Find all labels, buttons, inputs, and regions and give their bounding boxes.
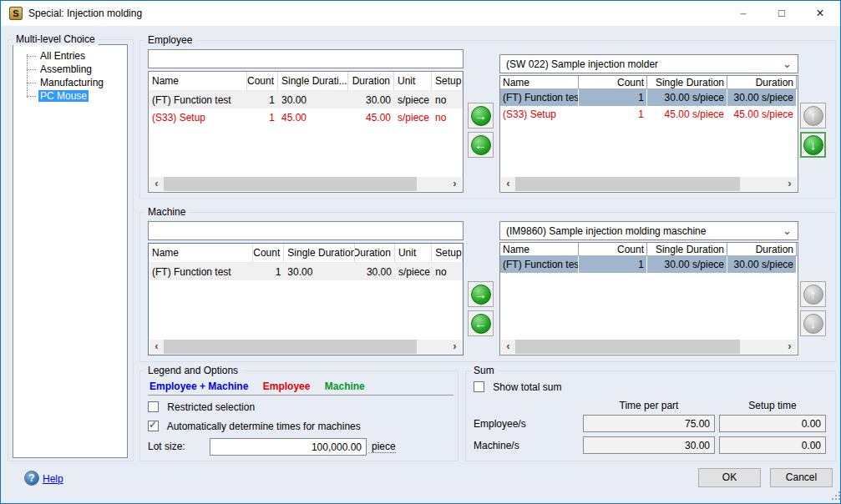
horizontal-scrollbar[interactable]: ‹ › (149, 177, 462, 191)
column-header-name[interactable]: Name (149, 72, 247, 90)
machine-filter-input[interactable] (148, 221, 464, 240)
ok-button[interactable]: OK (698, 468, 761, 487)
employee-assigned-table: Name Count Single Duration Duration (FT)… (499, 75, 798, 193)
column-header-unit[interactable]: Unit (394, 72, 432, 90)
auto-determine-checkbox[interactable]: ✓ (148, 421, 159, 431)
minimize-icon[interactable]: – (724, 1, 762, 26)
cancel-button[interactable]: Cancel (770, 468, 833, 487)
multilevel-choice-label: Multi-level Choice (13, 33, 99, 45)
machine-selector-value: (IM9860) Sample injection molding maschi… (506, 225, 706, 237)
tree-item-assembling[interactable]: Assembling (20, 63, 127, 76)
table-row[interactable]: (FT) Function test 1 30.00 30.00 s/piece… (149, 263, 463, 280)
dialog-window: S Special: Injection molding – □ × Multi… (0, 0, 841, 504)
lot-size-unit-label: piece (372, 441, 396, 453)
show-total-sum-checkbox[interactable] (474, 381, 484, 392)
employees-row-label: Employee/s (474, 418, 526, 430)
employee-available-table: Name Count Single Durati... Duration Uni… (148, 71, 464, 193)
table-row[interactable]: (S33) Setup 1 45.00 s/piece 45.00 s/piec… (500, 106, 798, 123)
lot-size-label: Lot size: (148, 441, 185, 452)
show-total-sum-label: Show total sum (493, 381, 561, 393)
help-icon[interactable]: ? (24, 471, 39, 486)
tree-item-pc-mouse[interactable]: PC Mouse (20, 89, 127, 103)
machines-row-label: Machine/s (474, 440, 519, 451)
employees-time-per-part-field[interactable] (583, 415, 715, 432)
column-header-count[interactable]: Count (253, 244, 285, 262)
auto-determine-label: Automatically determine times for machin… (167, 421, 361, 432)
arrow-up-icon: ↑ (803, 285, 823, 305)
machine-move-up-button[interactable]: ↑ (800, 281, 826, 307)
employee-move-down-button[interactable]: ↓ (800, 132, 826, 158)
column-header-duration[interactable]: Duration (727, 243, 797, 255)
arrow-down-icon: ↓ (803, 135, 823, 155)
scrollbar-thumb[interactable] (164, 340, 417, 354)
chevron-down-icon: ⌄ (783, 227, 792, 235)
legend-divider (148, 395, 453, 396)
column-header-duration[interactable]: Duration (355, 244, 395, 262)
employee-add-button[interactable]: → (468, 103, 494, 129)
column-header-name[interactable]: Name (500, 243, 579, 255)
machines-time-per-part-field[interactable] (583, 436, 715, 454)
table-row[interactable]: (S33) Setup 1 45.00 45.00 s/piece no (149, 108, 463, 126)
tree-item-manufacturing[interactable]: Manufacturing (20, 76, 127, 89)
employee-remove-button[interactable]: ← (468, 132, 494, 158)
table-row[interactable]: (FT) Function test 1 30.00 30.00 s/piece… (149, 91, 463, 108)
app-icon: S (9, 7, 23, 20)
column-header-duration[interactable]: Duration (727, 76, 797, 88)
sum-group-label: Sum (470, 365, 498, 376)
horizontal-scrollbar[interactable]: ‹ › (501, 177, 797, 191)
table-row[interactable]: (FT) Function test 1 30.00 s/piece 30.00… (500, 256, 798, 273)
employee-filter-input[interactable] (148, 49, 464, 68)
scrollbar-thumb[interactable] (515, 340, 740, 354)
scroll-left-icon[interactable]: ‹ (501, 340, 515, 354)
column-header-count[interactable]: Count (579, 76, 647, 88)
scroll-left-icon[interactable]: ‹ (149, 177, 164, 191)
employee-group-label: Employee (144, 34, 195, 46)
restricted-selection-row: Restricted selection (148, 401, 255, 413)
titlebar[interactable]: S Special: Injection molding – □ × (1, 1, 840, 26)
column-header-single-duration[interactable]: Single Duration (647, 76, 727, 88)
employees-setup-time-field[interactable] (719, 415, 826, 432)
machine-remove-button[interactable]: ← (468, 310, 494, 336)
scroll-right-icon[interactable]: › (783, 340, 797, 354)
help-link[interactable]: Help (43, 473, 63, 485)
column-header-name[interactable]: Name (500, 76, 579, 88)
lot-size-input[interactable] (210, 438, 367, 456)
machines-setup-time-field[interactable] (719, 436, 826, 454)
check-icon: ✓ (149, 419, 157, 431)
scrollbar-thumb[interactable] (164, 177, 417, 191)
horizontal-scrollbar[interactable]: ‹ › (501, 340, 797, 354)
scrollbar-thumb[interactable] (515, 177, 740, 191)
column-header-unit[interactable]: Unit (395, 244, 432, 262)
maximize-icon[interactable]: □ (762, 1, 801, 26)
employee-move-up-button[interactable]: ↑ (800, 103, 826, 129)
column-header-name[interactable]: Name (149, 244, 253, 262)
column-header-duration[interactable]: Duration (348, 72, 394, 90)
machine-selector-dropdown[interactable]: (IM9860) Sample injection molding maschi… (499, 221, 798, 240)
column-header-single-duration[interactable]: Single Duration (647, 243, 727, 255)
restricted-selection-checkbox[interactable] (148, 401, 159, 412)
horizontal-scrollbar[interactable]: ‹ › (149, 340, 462, 354)
column-header-setup[interactable]: Setup (432, 72, 463, 90)
tree-item-all-entries[interactable]: All Entries (20, 49, 127, 63)
scroll-right-icon[interactable]: › (448, 177, 462, 191)
machine-add-button[interactable]: → (468, 281, 494, 307)
employee-selector-dropdown[interactable]: (SW 022) Sample injection molder ⌄ (499, 54, 798, 73)
machine-move-down-button[interactable]: ↓ (800, 310, 826, 336)
resize-grip-icon[interactable] (828, 491, 837, 500)
employee-selector-value: (SW 022) Sample injection molder (506, 58, 658, 70)
column-header-single-duration[interactable]: Single Duration (284, 244, 354, 262)
scroll-right-icon[interactable]: › (448, 340, 462, 354)
restricted-selection-label: Restricted selection (167, 401, 255, 413)
table-row[interactable]: (FT) Function test 1 30.00 s/piece 30.00… (500, 89, 798, 106)
scroll-left-icon[interactable]: ‹ (149, 340, 164, 354)
close-icon[interactable]: × (801, 1, 839, 26)
column-header-setup[interactable]: Setup (432, 244, 463, 262)
scroll-right-icon[interactable]: › (783, 177, 797, 191)
column-header-count[interactable]: Count (247, 72, 278, 90)
column-header-single-duration[interactable]: Single Durati... (278, 72, 348, 90)
scroll-left-icon[interactable]: ‹ (501, 177, 515, 191)
window-title: Special: Injection molding (28, 8, 142, 19)
machine-table-header: Name Count Single Duration Duration Unit… (149, 244, 463, 263)
arrow-up-icon: ↑ (803, 106, 823, 126)
column-header-count[interactable]: Count (579, 243, 647, 255)
